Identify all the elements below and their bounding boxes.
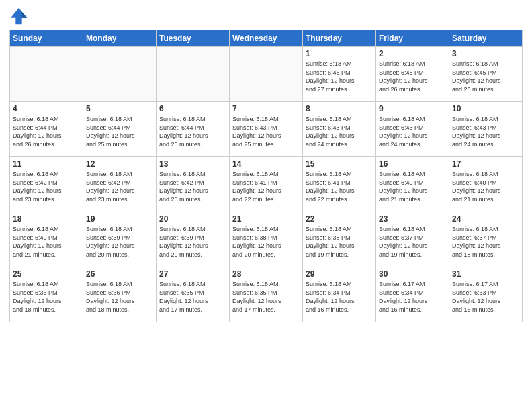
day-info: Sunrise: 6:18 AM Sunset: 6:44 PM Dayligh… bbox=[86, 115, 153, 148]
day-info: Sunrise: 6:18 AM Sunset: 6:43 PM Dayligh… bbox=[232, 115, 300, 148]
calendar-cell: 29Sunrise: 6:18 AM Sunset: 6:34 PM Dayli… bbox=[303, 267, 376, 322]
calendar-cell: 1Sunrise: 6:18 AM Sunset: 6:45 PM Daylig… bbox=[303, 47, 376, 102]
calendar-header-thursday: Thursday bbox=[303, 30, 376, 47]
day-info: Sunrise: 6:18 AM Sunset: 6:42 PM Dayligh… bbox=[13, 170, 80, 203]
day-info: Sunrise: 6:18 AM Sunset: 6:40 PM Dayligh… bbox=[452, 170, 519, 203]
day-info: Sunrise: 6:18 AM Sunset: 6:35 PM Dayligh… bbox=[159, 280, 226, 314]
day-info: Sunrise: 6:18 AM Sunset: 6:38 PM Dayligh… bbox=[232, 225, 300, 259]
calendar-header-row: SundayMondayTuesdayWednesdayThursdayFrid… bbox=[10, 30, 523, 47]
calendar-header-friday: Friday bbox=[376, 30, 449, 47]
calendar-cell: 10Sunrise: 6:18 AM Sunset: 6:43 PM Dayli… bbox=[449, 102, 523, 157]
day-number: 19 bbox=[86, 214, 153, 224]
day-number: 4 bbox=[13, 104, 80, 113]
calendar-cell: 14Sunrise: 6:18 AM Sunset: 6:41 PM Dayli… bbox=[230, 157, 303, 212]
logo bbox=[9, 7, 31, 26]
calendar-week-1: 1Sunrise: 6:18 AM Sunset: 6:45 PM Daylig… bbox=[10, 47, 523, 102]
day-number: 10 bbox=[452, 104, 519, 113]
page: SundayMondayTuesdayWednesdayThursdayFrid… bbox=[0, 0, 532, 411]
day-info: Sunrise: 6:18 AM Sunset: 6:36 PM Dayligh… bbox=[13, 280, 80, 314]
day-number: 15 bbox=[306, 159, 373, 169]
calendar-cell: 26Sunrise: 6:18 AM Sunset: 6:36 PM Dayli… bbox=[83, 267, 157, 322]
day-number: 21 bbox=[232, 214, 300, 224]
day-info: Sunrise: 6:18 AM Sunset: 6:39 PM Dayligh… bbox=[159, 225, 226, 259]
day-info: Sunrise: 6:18 AM Sunset: 6:37 PM Dayligh… bbox=[452, 225, 519, 259]
calendar-cell: 28Sunrise: 6:18 AM Sunset: 6:35 PM Dayli… bbox=[230, 267, 303, 322]
calendar-header-wednesday: Wednesday bbox=[230, 30, 303, 47]
calendar-cell: 18Sunrise: 6:18 AM Sunset: 6:40 PM Dayli… bbox=[10, 212, 83, 267]
day-number: 7 bbox=[232, 104, 300, 113]
day-info: Sunrise: 6:18 AM Sunset: 6:42 PM Dayligh… bbox=[159, 170, 226, 203]
calendar-cell: 5Sunrise: 6:18 AM Sunset: 6:44 PM Daylig… bbox=[83, 102, 157, 157]
day-number: 28 bbox=[232, 269, 300, 279]
day-info: Sunrise: 6:18 AM Sunset: 6:45 PM Dayligh… bbox=[379, 60, 446, 93]
day-info: Sunrise: 6:18 AM Sunset: 6:43 PM Dayligh… bbox=[452, 115, 519, 148]
calendar-cell: 20Sunrise: 6:18 AM Sunset: 6:39 PM Dayli… bbox=[157, 212, 230, 267]
logo-icon bbox=[9, 7, 28, 26]
calendar-cell: 13Sunrise: 6:18 AM Sunset: 6:42 PM Dayli… bbox=[157, 157, 230, 212]
calendar-cell: 2Sunrise: 6:18 AM Sunset: 6:45 PM Daylig… bbox=[376, 47, 449, 102]
calendar-cell: 6Sunrise: 6:18 AM Sunset: 6:44 PM Daylig… bbox=[157, 102, 230, 157]
calendar-cell: 31Sunrise: 6:17 AM Sunset: 6:33 PM Dayli… bbox=[449, 267, 523, 322]
day-number: 27 bbox=[159, 269, 226, 279]
day-number: 14 bbox=[232, 159, 300, 169]
calendar-cell: 9Sunrise: 6:18 AM Sunset: 6:43 PM Daylig… bbox=[376, 102, 449, 157]
day-info: Sunrise: 6:18 AM Sunset: 6:41 PM Dayligh… bbox=[306, 170, 373, 203]
day-number: 8 bbox=[306, 104, 373, 113]
calendar-cell: 4Sunrise: 6:18 AM Sunset: 6:44 PM Daylig… bbox=[10, 102, 83, 157]
day-info: Sunrise: 6:18 AM Sunset: 6:34 PM Dayligh… bbox=[306, 280, 373, 314]
calendar-cell: 30Sunrise: 6:17 AM Sunset: 6:34 PM Dayli… bbox=[376, 267, 449, 322]
day-info: Sunrise: 6:18 AM Sunset: 6:40 PM Dayligh… bbox=[13, 225, 80, 259]
calendar-cell bbox=[83, 47, 157, 102]
day-number: 17 bbox=[452, 159, 519, 169]
calendar-header-sunday: Sunday bbox=[10, 30, 83, 47]
calendar-cell: 27Sunrise: 6:18 AM Sunset: 6:35 PM Dayli… bbox=[157, 267, 230, 322]
day-info: Sunrise: 6:18 AM Sunset: 6:41 PM Dayligh… bbox=[232, 170, 300, 203]
day-number: 2 bbox=[379, 49, 446, 58]
day-info: Sunrise: 6:18 AM Sunset: 6:39 PM Dayligh… bbox=[86, 225, 153, 259]
calendar-cell: 16Sunrise: 6:18 AM Sunset: 6:40 PM Dayli… bbox=[376, 157, 449, 212]
day-info: Sunrise: 6:18 AM Sunset: 6:42 PM Dayligh… bbox=[86, 170, 153, 203]
calendar-cell: 19Sunrise: 6:18 AM Sunset: 6:39 PM Dayli… bbox=[83, 212, 157, 267]
calendar-cell: 24Sunrise: 6:18 AM Sunset: 6:37 PM Dayli… bbox=[449, 212, 523, 267]
day-number: 29 bbox=[306, 269, 373, 279]
day-number: 26 bbox=[86, 269, 153, 279]
day-number: 16 bbox=[379, 159, 446, 169]
day-info: Sunrise: 6:18 AM Sunset: 6:36 PM Dayligh… bbox=[86, 280, 153, 314]
day-info: Sunrise: 6:18 AM Sunset: 6:43 PM Dayligh… bbox=[306, 115, 373, 148]
day-info: Sunrise: 6:18 AM Sunset: 6:45 PM Dayligh… bbox=[306, 60, 373, 93]
calendar-cell: 22Sunrise: 6:18 AM Sunset: 6:38 PM Dayli… bbox=[303, 212, 376, 267]
day-number: 30 bbox=[379, 269, 446, 279]
calendar-cell bbox=[230, 47, 303, 102]
day-number: 13 bbox=[159, 159, 226, 169]
day-number: 18 bbox=[13, 214, 80, 224]
svg-marker-1 bbox=[22, 11, 27, 17]
day-info: Sunrise: 6:18 AM Sunset: 6:44 PM Dayligh… bbox=[13, 115, 80, 148]
day-number: 11 bbox=[13, 159, 80, 169]
day-number: 5 bbox=[86, 104, 153, 113]
day-number: 6 bbox=[159, 104, 226, 113]
day-info: Sunrise: 6:18 AM Sunset: 6:40 PM Dayligh… bbox=[379, 170, 446, 203]
day-info: Sunrise: 6:18 AM Sunset: 6:37 PM Dayligh… bbox=[379, 225, 446, 259]
calendar-week-5: 25Sunrise: 6:18 AM Sunset: 6:36 PM Dayli… bbox=[10, 267, 523, 322]
day-info: Sunrise: 6:18 AM Sunset: 6:35 PM Dayligh… bbox=[232, 280, 300, 314]
calendar-cell: 8Sunrise: 6:18 AM Sunset: 6:43 PM Daylig… bbox=[303, 102, 376, 157]
day-info: Sunrise: 6:18 AM Sunset: 6:43 PM Dayligh… bbox=[379, 115, 446, 148]
day-number: 31 bbox=[452, 269, 519, 279]
calendar-header-monday: Monday bbox=[83, 30, 157, 47]
day-number: 20 bbox=[159, 214, 226, 224]
calendar-cell bbox=[10, 47, 83, 102]
calendar-header-tuesday: Tuesday bbox=[157, 30, 230, 47]
day-info: Sunrise: 6:18 AM Sunset: 6:45 PM Dayligh… bbox=[452, 60, 519, 93]
calendar-cell: 23Sunrise: 6:18 AM Sunset: 6:37 PM Dayli… bbox=[376, 212, 449, 267]
calendar-cell: 25Sunrise: 6:18 AM Sunset: 6:36 PM Dayli… bbox=[10, 267, 83, 322]
day-number: 23 bbox=[379, 214, 446, 224]
calendar-cell: 17Sunrise: 6:18 AM Sunset: 6:40 PM Dayli… bbox=[449, 157, 523, 212]
day-number: 25 bbox=[13, 269, 80, 279]
calendar-cell: 15Sunrise: 6:18 AM Sunset: 6:41 PM Dayli… bbox=[303, 157, 376, 212]
day-info: Sunrise: 6:17 AM Sunset: 6:33 PM Dayligh… bbox=[452, 280, 519, 314]
calendar-cell: 12Sunrise: 6:18 AM Sunset: 6:42 PM Dayli… bbox=[83, 157, 157, 212]
day-number: 24 bbox=[452, 214, 519, 224]
day-info: Sunrise: 6:18 AM Sunset: 6:44 PM Dayligh… bbox=[159, 115, 226, 148]
day-number: 12 bbox=[86, 159, 153, 169]
day-number: 9 bbox=[379, 104, 446, 113]
